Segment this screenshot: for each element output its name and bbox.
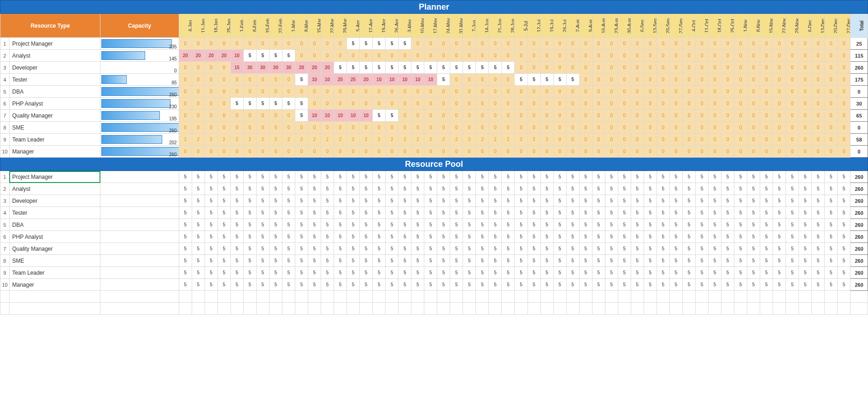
pool-cell[interactable]: 5: [553, 243, 566, 255]
planner-cell[interactable]: 0: [269, 86, 282, 98]
planner-cell[interactable]: 0: [528, 50, 540, 62]
planner-cell[interactable]: 0: [424, 86, 437, 98]
planner-cell[interactable]: 2: [347, 134, 360, 146]
pool-cell[interactable]: 5: [566, 195, 579, 207]
planner-cell[interactable]: 0: [669, 50, 682, 62]
planner-cell[interactable]: 0: [799, 146, 812, 158]
planner-cell[interactable]: 0: [838, 98, 850, 110]
planner-cell[interactable]: 0: [605, 122, 618, 134]
pool-cell[interactable]: 5: [179, 255, 192, 267]
planner-cell[interactable]: 0: [476, 98, 489, 110]
planner-cell[interactable]: 0: [230, 38, 243, 50]
planner-cell[interactable]: 0: [734, 146, 747, 158]
pool-cell[interactable]: 5: [217, 267, 230, 279]
planner-cell[interactable]: 0: [489, 110, 502, 122]
pool-cell[interactable]: 5: [708, 207, 721, 219]
planner-cell[interactable]: 0: [463, 86, 476, 98]
planner-cell[interactable]: 0: [256, 74, 269, 86]
pool-cell[interactable]: 5: [347, 243, 360, 255]
pool-cell[interactable]: 5: [243, 183, 256, 195]
pool-cell[interactable]: 5: [644, 279, 657, 291]
planner-cell[interactable]: 0: [592, 74, 605, 86]
pool-cell[interactable]: 5: [618, 183, 631, 195]
pool-cell[interactable]: 5: [192, 279, 205, 291]
pool-cell[interactable]: 5: [721, 243, 734, 255]
pool-cell[interactable]: 5: [812, 231, 825, 243]
planner-cell[interactable]: 30: [282, 62, 295, 74]
planner-cell[interactable]: 0: [230, 122, 243, 134]
planner-cell[interactable]: 0: [308, 122, 321, 134]
pool-cell[interactable]: 5: [502, 267, 515, 279]
planner-cell[interactable]: 0: [217, 38, 230, 50]
pool-cell[interactable]: 5: [760, 243, 773, 255]
planner-cell[interactable]: 5: [256, 98, 269, 110]
pool-cell[interactable]: 5: [256, 219, 269, 231]
planner-cell[interactable]: 0: [682, 38, 695, 50]
planner-cell[interactable]: 0: [734, 62, 747, 74]
planner-cell[interactable]: 0: [528, 122, 540, 134]
planner-cell[interactable]: 0: [734, 98, 747, 110]
planner-cell[interactable]: 0: [618, 134, 631, 146]
pool-cell[interactable]: 5: [592, 267, 605, 279]
pool-cell[interactable]: 5: [566, 207, 579, 219]
pool-cell[interactable]: 5: [540, 279, 553, 291]
pool-cell[interactable]: 5: [334, 267, 347, 279]
planner-cell[interactable]: 0: [579, 146, 592, 158]
pool-cell[interactable]: 5: [669, 183, 682, 195]
pool-cell[interactable]: 5: [321, 231, 334, 243]
pool-cell[interactable]: 5: [334, 243, 347, 255]
pool-cell[interactable]: 5: [386, 267, 399, 279]
planner-cell[interactable]: 0: [747, 146, 760, 158]
planner-cell[interactable]: 0: [799, 38, 812, 50]
pool-cell[interactable]: 5: [786, 171, 799, 183]
pool-cell[interactable]: 5: [230, 171, 243, 183]
pool-cell[interactable]: 5: [786, 267, 799, 279]
resource-name[interactable]: Quality Manager: [9, 110, 100, 122]
pool-cell[interactable]: 5: [308, 231, 321, 243]
planner-cell[interactable]: 0: [605, 134, 618, 146]
planner-cell[interactable]: 0: [682, 146, 695, 158]
planner-cell[interactable]: 0: [360, 122, 373, 134]
pool-cell[interactable]: 5: [644, 267, 657, 279]
resource-name[interactable]: Manager: [9, 146, 100, 158]
pool-resource-name[interactable]: Tester: [9, 207, 100, 219]
pool-cell[interactable]: 5: [256, 255, 269, 267]
planner-cell[interactable]: 0: [721, 98, 734, 110]
planner-cell[interactable]: 0: [657, 74, 669, 86]
planner-cell[interactable]: 10: [321, 110, 334, 122]
pool-cell[interactable]: 5: [786, 255, 799, 267]
pool-cell[interactable]: 5: [682, 279, 695, 291]
pool-cell[interactable]: 5: [463, 267, 476, 279]
pool-cell[interactable]: 5: [192, 243, 205, 255]
pool-cell[interactable]: 5: [528, 195, 540, 207]
planner-cell[interactable]: 0: [256, 146, 269, 158]
planner-cell[interactable]: 0: [747, 110, 760, 122]
planner-cell[interactable]: 30: [256, 62, 269, 74]
pool-cell[interactable]: 5: [592, 183, 605, 195]
planner-cell[interactable]: 0: [734, 38, 747, 50]
planner-cell[interactable]: 0: [386, 98, 399, 110]
pool-cell[interactable]: 5: [734, 207, 747, 219]
planner-cell[interactable]: 0: [812, 86, 825, 98]
planner-cell[interactable]: 0: [373, 50, 386, 62]
planner-cell[interactable]: 0: [682, 62, 695, 74]
pool-cell[interactable]: 5: [502, 195, 515, 207]
pool-cell[interactable]: 5: [347, 183, 360, 195]
pool-cell[interactable]: 5: [695, 231, 708, 243]
planner-cell[interactable]: 0: [786, 86, 799, 98]
planner-cell[interactable]: 0: [217, 62, 230, 74]
pool-cell[interactable]: 5: [734, 195, 747, 207]
pool-cell[interactable]: 5: [437, 195, 450, 207]
pool-cell[interactable]: 5: [825, 207, 838, 219]
planner-cell[interactable]: 5: [334, 62, 347, 74]
pool-cell[interactable]: 5: [205, 255, 217, 267]
planner-cell[interactable]: 5: [540, 74, 553, 86]
planner-cell[interactable]: 0: [669, 122, 682, 134]
pool-cell[interactable]: 5: [553, 267, 566, 279]
planner-cell[interactable]: 0: [553, 86, 566, 98]
planner-cell[interactable]: 0: [321, 50, 334, 62]
planner-cell[interactable]: 0: [295, 86, 308, 98]
pool-cell[interactable]: 5: [657, 279, 669, 291]
planner-cell[interactable]: 0: [812, 74, 825, 86]
capacity-cell[interactable]: 0: [100, 62, 179, 74]
